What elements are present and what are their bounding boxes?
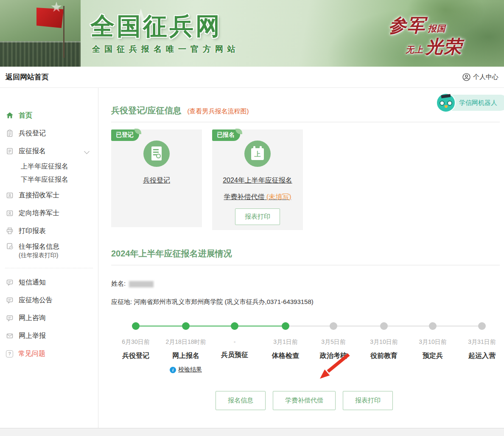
name-label: 姓名: (111, 280, 126, 287)
registered-badge: 已登记 (111, 129, 139, 141)
back-home-link[interactable]: 返回网站首页 (6, 72, 49, 82)
printer-icon (6, 227, 14, 235)
chat-bubble-icon (6, 314, 14, 322)
chsi-robot-badge[interactable]: 学信网机器人 (437, 95, 504, 111)
history-document-icon (6, 242, 14, 250)
sidebar-item-faq[interactable]: ? 常见问题 (0, 345, 98, 363)
timeline-step-pre-conscription: - 兵员预征 (205, 322, 264, 360)
section-title-progress: 2024年上半年应征报名进展情况 (111, 248, 504, 259)
sidebar-item-label: 兵役登记 (19, 129, 46, 138)
slogan-text: 光荣 (425, 37, 462, 56)
sidebar-item-label: 打印报表 (19, 227, 46, 236)
application-2024-link[interactable]: 2024年上半年应征报名 (223, 176, 292, 185)
sidebar-item-label: 常见问题 (18, 349, 45, 358)
id-card-icon (6, 191, 14, 199)
check-result-link[interactable]: i 校验结果 (156, 366, 216, 374)
location-label: 应征地: (111, 298, 132, 305)
not-filled-note: (未填写) (266, 193, 291, 200)
step-dot-done (182, 322, 190, 330)
banner-slogan: 参军 报国 无上 光荣 (389, 14, 482, 59)
location-value: 河南省郑州市巩义市郑州商学院 (巩义市征兵办,0371-64393158) (134, 298, 313, 305)
step-dot-done (231, 322, 238, 330)
application-card: 已报名 上 2024年上半年应征报名 学费补偿代偿 (未填写) 报表打印 (212, 129, 303, 230)
calendar-icon: 上 (244, 141, 271, 167)
page-footer (0, 428, 504, 436)
sidebar-item-label: 直接招收军士 (19, 191, 59, 200)
timeline-step-transport-to-camp: 3月31日前 起运入营 (452, 322, 504, 360)
service-registration-link[interactable]: 兵役登记 (143, 176, 170, 185)
sidebar: 首页 兵役登记 应征报名 (0, 88, 98, 428)
sidebar-divider (5, 268, 93, 268)
sidebar-item-label: 应征地公告 (19, 296, 53, 305)
sidebar-item-label: 应征报名 (19, 147, 46, 156)
step-dot-pending (478, 322, 486, 330)
sidebar-item-local-announcement[interactable]: 应征地公告 (0, 291, 98, 309)
tuition-compensation-link[interactable]: 学费补偿代偿 (未填写) (224, 193, 291, 202)
site-title: 全国征兵网 (90, 10, 222, 43)
sidebar-item-label: 网上咨询 (19, 314, 46, 323)
sidebar-item-label: 往年报名信息 (19, 242, 59, 251)
sidebar-item-print-reports[interactable]: 打印报表 (0, 222, 98, 240)
step-dot-done (282, 322, 289, 330)
sidebar-item-enlistment-application[interactable]: 应征报名 (0, 142, 98, 160)
sidebar-item-online-consult[interactable]: 网上咨询 (0, 309, 98, 327)
sidebar-item-label: 首页 (19, 111, 32, 120)
slogan-text: 无上 (406, 45, 423, 54)
chevron-down-icon (84, 149, 90, 154)
divider (111, 122, 500, 122)
sidebar-item-label: 短信通知 (19, 278, 46, 287)
report-print-button[interactable]: 报表打印 (235, 208, 280, 225)
action-buttons: 报名信息 学费补偿代偿 报表打印 (216, 391, 504, 410)
sidebar-item-sublabel: (往年报表打印) (19, 251, 59, 259)
info-icon: i (170, 367, 176, 373)
sidebar-item-direct-recruit-nco[interactable]: 直接招收军士 (0, 186, 98, 204)
name-row: 姓名: (111, 280, 504, 288)
name-value-redacted (129, 281, 154, 287)
personal-center-link[interactable]: 个人中心 (462, 73, 498, 81)
step-dot-pending (380, 322, 388, 330)
application-info-button[interactable]: 报名信息 (216, 391, 266, 410)
question-icon: ? (6, 350, 13, 357)
red-flag (36, 8, 64, 28)
divider (111, 265, 500, 265)
sidebar-item-targeted-train-nco[interactable]: 定向培养军士 (0, 204, 98, 222)
step-dot-done (132, 322, 140, 330)
mail-icon (6, 332, 14, 340)
step-dot-pending (330, 322, 337, 330)
report-print-button[interactable]: 报表打印 (343, 391, 393, 410)
sidebar-item-first-half-application[interactable]: 上半年应征报名 (0, 160, 98, 173)
content: 首页 兵役登记 应征报名 (0, 88, 504, 428)
sidebar-item-label: 上半年应征报名 (21, 162, 68, 171)
document-icon (6, 147, 14, 155)
tuition-compensation-button[interactable]: 学费补偿代偿 (273, 391, 336, 410)
flagpole (63, 6, 64, 58)
parade-photo (0, 0, 81, 67)
id-card-icon (6, 209, 14, 217)
slogan-text: 报国 (428, 24, 445, 33)
sidebar-item-label: 下半年应征报名 (21, 175, 68, 184)
top-navbar: 返回网站首页 个人中心 (0, 67, 504, 88)
sidebar-item-home[interactable]: 首页 (0, 107, 98, 124)
sidebar-item-label: 定向培养军士 (19, 209, 59, 218)
view-flowchart-link[interactable]: (查看男兵报名流程图) (188, 107, 249, 115)
page: 全国征兵网 全国征兵报名唯一官方网站 参军 报国 无上 光荣 返回网站首页 个人… (0, 0, 504, 436)
applied-badge: 已报名 (212, 129, 240, 141)
sidebar-item-past-applications[interactable]: 往年报名信息 (往年报表打印) (0, 240, 98, 262)
home-icon (6, 112, 14, 119)
slogan-text: 参军 (389, 15, 426, 35)
chat-bubble-icon (6, 296, 14, 304)
site-subtitle: 全国征兵报名唯一官方网站 (92, 44, 240, 55)
sidebar-item-online-report[interactable]: 网上举报 (0, 327, 98, 345)
step-dot-pending (429, 322, 437, 330)
sidebar-item-sms-notice[interactable]: 短信通知 (0, 273, 98, 291)
personal-center-label: 个人中心 (473, 73, 498, 81)
sidebar-item-service-registration[interactable]: 兵役登记 (0, 124, 98, 142)
owl-mascot-icon (436, 93, 456, 113)
section-title-service-info: 兵役登记/应征信息 (111, 105, 182, 116)
sidebar-item-second-half-application[interactable]: 下半年应征报名 (0, 173, 98, 186)
clipboard-icon (6, 129, 14, 137)
robot-badge-label: 学信网机器人 (459, 99, 497, 107)
registration-doc-icon (143, 141, 170, 167)
progress-timeline: 6月30日前 兵役登记 2月18日18时前 网上报名 i 校验结果 - 兵员预征 (98, 322, 504, 380)
main-panel: 学信网机器人 兵役登记/应征信息 (查看男兵报名流程图) 已登记 兵役登记 已报… (98, 88, 504, 428)
